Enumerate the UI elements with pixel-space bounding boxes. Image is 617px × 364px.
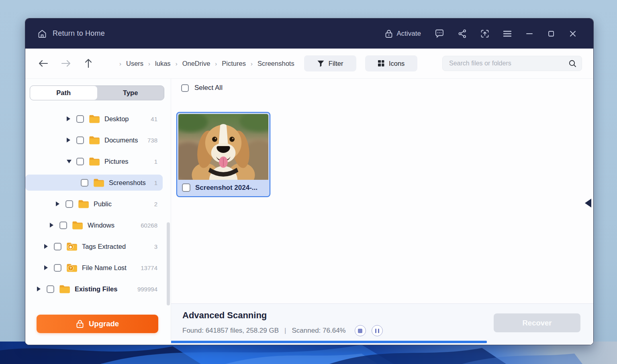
- tree-item-checkbox[interactable]: [76, 115, 84, 123]
- tree-item-label: Pictures: [104, 158, 129, 165]
- breadcrumb-separator: ›: [119, 60, 121, 67]
- breadcrumb-item[interactable]: Screenshots: [257, 60, 294, 67]
- filter-funnel-icon: [317, 60, 325, 67]
- minimize-button[interactable]: [519, 25, 540, 43]
- activate-label: Activate: [397, 30, 421, 38]
- tree-item-checkbox[interactable]: [54, 264, 61, 272]
- return-home-button[interactable]: Return to Home: [37, 29, 105, 39]
- lock-icon: [385, 29, 393, 38]
- breadcrumb-separator: ›: [215, 60, 217, 67]
- tree-item-label: File Name Lost: [82, 264, 127, 272]
- icons-view-button[interactable]: Icons: [365, 55, 417, 71]
- tree-row[interactable]: ? File Name Lost 13774: [25, 260, 163, 276]
- breadcrumb-separator: ›: [148, 60, 150, 67]
- select-all-row[interactable]: Select All: [181, 84, 223, 92]
- tree-item-checkbox[interactable]: [81, 179, 88, 187]
- tree-row[interactable]: Screenshots 1: [25, 175, 163, 191]
- tree-item-checkbox[interactable]: [54, 243, 61, 250]
- breadcrumb-item[interactable]: lukas: [155, 60, 171, 67]
- expand-arrow-icon: [37, 287, 41, 291]
- back-button[interactable]: [37, 57, 50, 70]
- close-icon: [569, 30, 577, 38]
- tree-item-count: 60268: [141, 222, 157, 229]
- share-button[interactable]: [451, 25, 474, 43]
- search-box[interactable]: [442, 56, 582, 71]
- share-icon: [458, 29, 467, 38]
- tree-item-checkbox[interactable]: [76, 158, 84, 165]
- activate-button[interactable]: Activate: [378, 25, 428, 43]
- view-mode-tabs: Path Type: [30, 85, 164, 100]
- pause-scan-button[interactable]: [372, 325, 383, 336]
- breadcrumb-item[interactable]: Users: [126, 60, 143, 67]
- close-button[interactable]: [562, 25, 584, 43]
- tab-type[interactable]: Type: [97, 86, 164, 100]
- tree-item-count: 999994: [137, 286, 157, 293]
- tree-row[interactable]: Existing Files 999994: [25, 281, 163, 297]
- recover-button[interactable]: Recover: [494, 313, 580, 332]
- breadcrumb: ›Users›lukas›OneDrive›Pictures›Screensho…: [119, 60, 294, 67]
- tree-item-checkbox[interactable]: [59, 222, 67, 229]
- breadcrumb-separator: ›: [251, 60, 253, 67]
- maximize-icon: [547, 30, 555, 38]
- expand-arrow-cell[interactable]: [67, 160, 76, 163]
- up-button[interactable]: [82, 57, 95, 70]
- collapse-panel-handle[interactable]: [585, 199, 591, 207]
- expand-arrow-cell[interactable]: [67, 138, 76, 142]
- tree-row[interactable]: Pictures 1: [25, 153, 163, 169]
- tree-row[interactable]: Public 2: [25, 196, 163, 212]
- folder-icon: [89, 136, 100, 144]
- maximize-button[interactable]: [540, 25, 562, 43]
- folder-icon: [59, 285, 70, 293]
- upgrade-label: Upgrade: [89, 319, 119, 328]
- file-tile[interactable]: Screenshot 2024-...: [176, 112, 270, 197]
- expand-arrow-icon: [50, 223, 53, 228]
- pause-icon: [375, 329, 379, 333]
- tree-item-label: Tags Extracted: [82, 243, 126, 250]
- expand-arrow-icon: [56, 201, 59, 206]
- breadcrumb-item[interactable]: OneDrive: [182, 60, 210, 67]
- expand-arrow-cell[interactable]: [44, 244, 54, 249]
- scan-progress-text: Scanned: 76.64%: [292, 327, 345, 335]
- folder-tree: Desktop 41 Documents 738 Pictures: [25, 111, 168, 302]
- stop-scan-button[interactable]: [355, 325, 366, 336]
- tree-item-label: Windows: [88, 222, 114, 229]
- expand-arrow-cell[interactable]: [56, 201, 65, 206]
- chat-bubble-icon: [435, 29, 444, 38]
- tree-row[interactable]: Desktop 41: [25, 111, 163, 127]
- select-all-checkbox[interactable]: [181, 84, 189, 92]
- tree-item-checkbox[interactable]: [47, 285, 54, 293]
- back-arrow-icon: [38, 59, 49, 68]
- sidebar-scrollbar[interactable]: [167, 222, 170, 305]
- breadcrumb-item[interactable]: Pictures: [222, 60, 246, 67]
- expand-arrow-cell[interactable]: [37, 287, 47, 291]
- tree-row[interactable]: ◆ Tags Extracted 3: [25, 238, 163, 254]
- tree-row[interactable]: Windows 60268: [25, 217, 163, 233]
- title-bar: Return to Home Activate: [25, 18, 593, 49]
- update-button[interactable]: [474, 25, 496, 43]
- tree-item-checkbox[interactable]: [76, 136, 84, 144]
- filter-button[interactable]: Filter: [304, 55, 356, 71]
- expand-arrow-icon: [44, 244, 48, 249]
- scan-progress-fill: [171, 341, 487, 343]
- scan-progress-track: [171, 341, 593, 343]
- lock-icon: [76, 319, 84, 328]
- tree-item-count: 1: [154, 158, 157, 165]
- expand-arrow-cell[interactable]: [44, 265, 54, 270]
- tree-row[interactable]: Documents 738: [25, 132, 163, 148]
- tree-item-count: 1: [154, 179, 157, 186]
- search-icon[interactable]: [568, 59, 577, 68]
- file-tile-caption: Screenshot 2024-...: [177, 179, 270, 196]
- tree-item-count: 2: [154, 201, 157, 207]
- tree-item-checkbox[interactable]: [65, 200, 73, 208]
- search-input[interactable]: [449, 60, 568, 67]
- feedback-button[interactable]: [428, 25, 451, 43]
- file-checkbox[interactable]: [182, 183, 190, 192]
- expand-arrow-cell[interactable]: [67, 116, 76, 121]
- select-all-label: Select All: [194, 84, 223, 92]
- menu-button[interactable]: [496, 25, 519, 43]
- expand-arrow-cell[interactable]: [50, 223, 59, 228]
- icons-grid-icon: [378, 60, 385, 67]
- upgrade-button[interactable]: Upgrade: [37, 315, 158, 333]
- tab-path[interactable]: Path: [30, 86, 97, 100]
- forward-button[interactable]: [59, 57, 73, 70]
